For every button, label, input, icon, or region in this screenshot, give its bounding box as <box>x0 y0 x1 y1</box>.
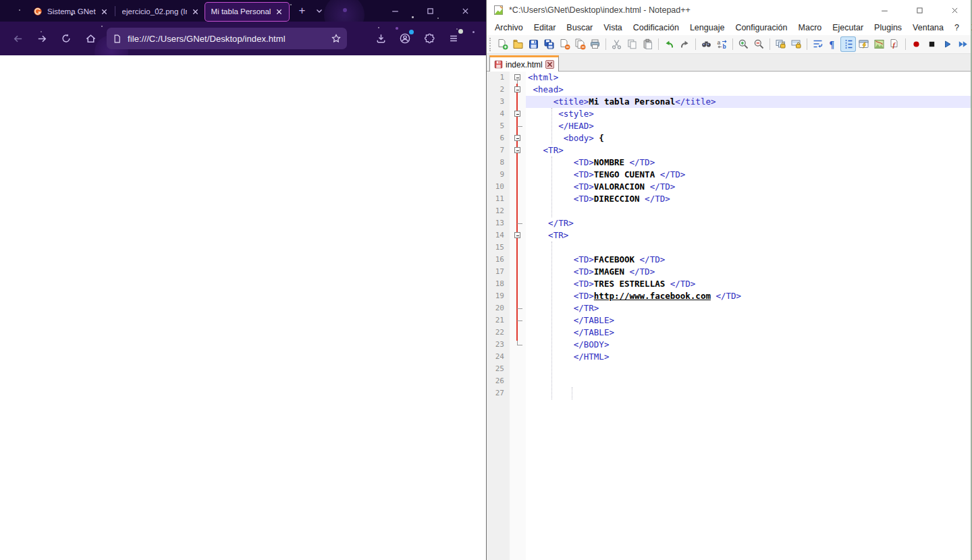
code-line-8[interactable]: 8 <TD>NOMBRE </TD> <box>487 157 971 169</box>
word-wrap-icon[interactable] <box>811 37 825 51</box>
browser-tab-2[interactable]: ejercicio_02.png (Im <box>116 3 205 21</box>
reload-icon[interactable] <box>56 28 76 49</box>
new-tab-button[interactable]: + <box>293 2 310 20</box>
menu-editar[interactable]: Editar <box>529 22 562 34</box>
menu-hamburger-icon[interactable] <box>443 28 464 49</box>
close-tab-icon[interactable] <box>275 8 283 16</box>
show-all-chars-icon[interactable]: ¶ <box>826 37 840 51</box>
code-line-19[interactable]: 19 <TD>http://www.facebook.com </TD> <box>487 290 971 302</box>
code-line-14[interactable]: 14 <TR> <box>487 229 971 242</box>
replace-icon[interactable]: ab <box>715 37 729 51</box>
cut-icon[interactable] <box>610 37 624 51</box>
zoom-out-icon[interactable] <box>752 37 766 51</box>
back-icon[interactable] <box>7 28 28 49</box>
bookmark-star-icon[interactable] <box>331 33 342 44</box>
menubar-close-button[interactable]: X <box>965 23 972 32</box>
account-icon[interactable] <box>395 28 415 49</box>
fold-collapse-icon[interactable] <box>514 232 520 238</box>
minimize-icon[interactable] <box>875 3 894 18</box>
menu-configuracin[interactable]: Configuración <box>730 22 792 34</box>
code-line-25[interactable]: 25 <box>487 363 971 375</box>
zoom-in-icon[interactable] <box>736 37 751 51</box>
save-all-icon[interactable] <box>542 37 556 51</box>
stop-macro-icon[interactable] <box>925 37 939 51</box>
close-icon[interactable] <box>455 2 475 20</box>
menu-archivo[interactable]: Archivo <box>489 22 529 34</box>
menu-macro[interactable]: Macro <box>793 22 828 34</box>
close-tab-icon[interactable] <box>101 8 108 16</box>
menu-help[interactable]: ? <box>949 22 965 34</box>
redo-icon[interactable] <box>678 37 692 51</box>
tab-index-html[interactable]: index.html <box>489 55 559 72</box>
close-file-icon[interactable] <box>558 37 572 51</box>
downloads-icon[interactable] <box>371 28 391 49</box>
close-tab-icon[interactable] <box>192 8 199 16</box>
code-line-9[interactable]: 9 <TD>TENGO CUENTA </TD> <box>487 169 971 181</box>
code-line-2[interactable]: 2 <head> <box>487 84 971 96</box>
menu-buscar[interactable]: Buscar <box>561 22 598 34</box>
code-line-27[interactable]: 27 <box>487 387 971 399</box>
address-bar[interactable]: file:///C:/Users/GNet/Desktop/index.html <box>107 28 347 49</box>
browser-tab-3[interactable]: Mi tabla Personal <box>205 3 290 21</box>
code-line-11[interactable]: 11 <TD>DIRECCION </TD> <box>487 193 971 205</box>
close-tab-icon[interactable] <box>545 60 554 69</box>
fold-collapse-icon[interactable] <box>514 135 520 141</box>
code-line-16[interactable]: 16 <TD>FACEBOOK </TD> <box>487 254 971 266</box>
copy-icon[interactable] <box>625 37 639 51</box>
code-line-12[interactable]: 12 <box>487 205 971 217</box>
find-icon[interactable] <box>699 37 713 51</box>
menu-ventana[interactable]: Ventana <box>907 22 949 34</box>
sync-horizontal-icon[interactable] <box>789 37 803 51</box>
play-macro-icon[interactable] <box>940 37 954 51</box>
forward-icon[interactable] <box>32 28 52 49</box>
print-icon[interactable] <box>589 37 603 51</box>
home-icon[interactable] <box>80 28 101 49</box>
code-line-7[interactable]: 7 <TR> <box>487 144 971 157</box>
code-editor[interactable]: 1<html>2 <head>3 <title>Mi tabla Persona… <box>487 72 971 560</box>
code-line-5[interactable]: 5 </HEAD> <box>487 120 971 132</box>
fold-collapse-icon[interactable] <box>514 74 520 80</box>
list-all-tabs-chevron-icon[interactable] <box>310 2 328 20</box>
maximize-icon[interactable] <box>910 3 929 18</box>
code-line-24[interactable]: 24 </HTML> <box>487 351 971 363</box>
paste-icon[interactable] <box>641 37 655 51</box>
indent-guide-icon[interactable] <box>841 37 855 51</box>
close-icon[interactable] <box>945 3 964 18</box>
sync-vertical-icon[interactable] <box>774 37 788 51</box>
code-line-4[interactable]: 4 <style> <box>487 108 971 120</box>
extensions-puzzle-icon[interactable] <box>419 28 439 49</box>
record-macro-icon[interactable] <box>909 37 923 51</box>
minimize-icon[interactable] <box>385 2 405 20</box>
code-line-23[interactable]: 23 </BODY> <box>487 339 971 351</box>
code-line-26[interactable]: 26 <box>487 375 971 387</box>
fold-collapse-icon[interactable] <box>514 147 520 153</box>
save-file-icon[interactable] <box>526 37 541 51</box>
code-line-22[interactable]: 22 </TABLE> <box>487 327 971 339</box>
code-line-18[interactable]: 18 <TD>TRES ESTRELLAS </TD> <box>487 278 971 290</box>
browser-tab-1[interactable]: Sistema GNet <box>27 3 114 21</box>
menu-ejecutar[interactable]: Ejecutar <box>827 22 869 34</box>
code-line-17[interactable]: 17 <TD>IMAGEN </TD> <box>487 266 971 278</box>
open-file-icon[interactable] <box>511 37 525 51</box>
code-line-3[interactable]: 3 <title>Mi tabla Personal</title> <box>487 96 971 108</box>
code-line-10[interactable]: 10 <TD>VALORACION </TD> <box>487 181 971 193</box>
undo-icon[interactable] <box>662 37 676 51</box>
menu-vista[interactable]: Vista <box>598 22 628 34</box>
code-line-21[interactable]: 21 </TABLE> <box>487 314 971 327</box>
menu-lenguaje[interactable]: Lenguaje <box>684 22 730 34</box>
maximize-icon[interactable] <box>420 2 440 20</box>
code-line-20[interactable]: 20 </TR> <box>487 302 971 314</box>
new-file-icon[interactable] <box>495 37 510 51</box>
code-line-1[interactable]: 1<html> <box>487 72 971 84</box>
menu-codificacin[interactable]: Codificación <box>628 22 684 34</box>
fold-collapse-icon[interactable] <box>514 86 520 92</box>
document-map-icon[interactable] <box>872 37 886 51</box>
toolbar-grip[interactable] <box>489 38 492 51</box>
close-all-icon[interactable] <box>573 37 587 51</box>
define-language-icon[interactable] <box>857 37 871 51</box>
code-line-6[interactable]: 6 <body> { <box>487 132 971 144</box>
function-list-icon[interactable]: f <box>888 37 902 51</box>
menu-plugins[interactable]: Plugins <box>869 22 907 34</box>
fold-collapse-icon[interactable] <box>514 111 520 117</box>
url-text[interactable]: file:///C:/Users/GNet/Desktop/index.html <box>128 34 331 44</box>
